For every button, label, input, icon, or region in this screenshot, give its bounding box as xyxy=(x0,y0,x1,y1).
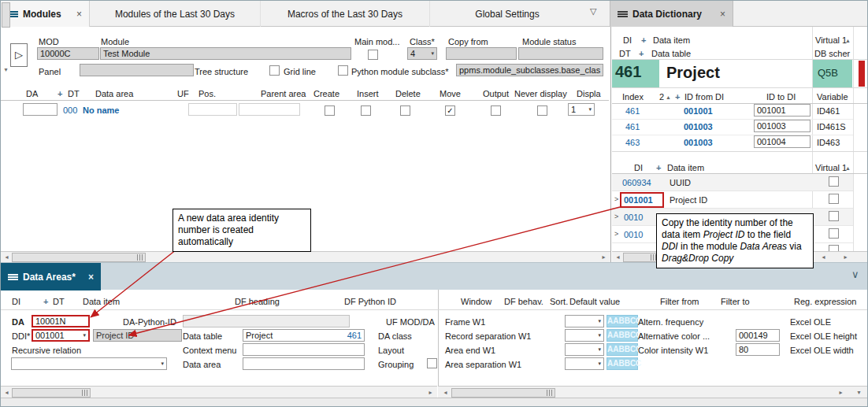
scroll-left-icon[interactable]: ◂ xyxy=(440,388,451,398)
row-data-area-name[interactable]: No name xyxy=(83,105,119,115)
ddi-dropdown[interactable]: 001001 ▾ xyxy=(32,329,90,342)
display-dropdown[interactable]: 1 ▾ xyxy=(568,103,595,116)
grouping-checkbox[interactable] xyxy=(427,358,437,368)
scroll-left-icon[interactable]: ◂ xyxy=(2,253,12,262)
close-icon[interactable]: × xyxy=(720,9,725,20)
virtual-checkbox[interactable] xyxy=(829,176,839,187)
record-separation-w1-dropdown[interactable]: ▾ xyxy=(565,329,604,342)
selected-dt-name[interactable]: Project xyxy=(666,64,720,82)
index-value[interactable]: 463 xyxy=(625,138,640,147)
expand-icon[interactable]: > xyxy=(614,213,618,220)
frame-w1-color-field[interactable]: AABBCC xyxy=(606,315,638,327)
form-splitter[interactable] xyxy=(438,290,439,398)
pos-cell[interactable] xyxy=(188,103,237,116)
scroll-thumb[interactable] xyxy=(12,253,146,262)
da-python-id-field[interactable] xyxy=(183,315,350,327)
create-checkbox[interactable] xyxy=(325,105,335,116)
modules-hscrollbar[interactable]: ◂ ▸ xyxy=(1,251,610,262)
da-left-hscrollbar[interactable]: ◂ ▸ xyxy=(1,386,437,398)
collapse-panel-icon[interactable]: ∨ xyxy=(851,268,859,280)
da-id-field[interactable]: 10001N xyxy=(32,315,90,327)
add-index-icon[interactable]: + xyxy=(675,92,680,102)
module-status-field[interactable] xyxy=(518,47,603,60)
da-id-input[interactable] xyxy=(23,103,57,116)
class-dropdown[interactable]: 4 ▾ xyxy=(407,47,437,60)
index-value[interactable]: 461 xyxy=(625,122,640,131)
add-data-item-icon[interactable]: + xyxy=(656,163,661,172)
id-to-di-field[interactable]: 001003 xyxy=(754,120,811,132)
frame-w1-dropdown[interactable]: ▾ xyxy=(565,315,604,327)
id-from-di[interactable]: 001003 xyxy=(684,122,713,131)
id-to-di-field[interactable]: 001004 xyxy=(754,135,811,148)
scroll-thumb[interactable] xyxy=(451,388,555,398)
di-value[interactable]: 0010 xyxy=(624,213,643,222)
id-to-di-field[interactable]: 001001 xyxy=(754,104,811,117)
main-module-checkbox[interactable] xyxy=(368,50,378,60)
da-right-hscrollbar[interactable]: ◂ ▸ ▾ xyxy=(438,386,868,398)
id-from-di[interactable]: 001001 xyxy=(684,106,713,116)
area-end-color-field[interactable]: AABBCC xyxy=(606,343,638,356)
panel-splitter[interactable] xyxy=(610,27,611,262)
tab-modules-last-30-days[interactable]: Modules of the Last 30 Days xyxy=(90,1,261,27)
scroll-right-icon[interactable]: ▸ xyxy=(836,388,846,398)
parent-area-cell[interactable] xyxy=(239,103,300,116)
scroll-left-icon[interactable]: ◂ xyxy=(2,388,12,398)
expand-icon[interactable]: > xyxy=(614,230,618,238)
record-separation-color-field[interactable]: AABBCC xyxy=(606,329,638,342)
area-separation-w1-dropdown[interactable]: ▾ xyxy=(565,357,604,370)
sort-asc-icon[interactable]: ▲ xyxy=(845,165,851,171)
di-value[interactable]: 060934 xyxy=(622,178,651,187)
context-menu-field[interactable] xyxy=(243,343,365,356)
virtual-checkbox[interactable] xyxy=(829,194,839,204)
add-row-icon[interactable]: + xyxy=(57,89,62,98)
scroll-down-icon[interactable]: ▾ xyxy=(1,65,11,75)
grid-line-checkbox[interactable] xyxy=(269,65,280,76)
tab-modules[interactable]: Modules × xyxy=(1,1,90,27)
index-value[interactable]: 461 xyxy=(625,106,640,116)
module-name-field[interactable]: Test Module xyxy=(100,47,351,60)
add-data-item-icon[interactable]: + xyxy=(641,35,646,45)
move-checkbox[interactable]: ✓ xyxy=(445,105,455,116)
tab-list-dropdown-icon[interactable]: ▽ xyxy=(590,6,596,17)
scroll-thumb[interactable] xyxy=(2,2,10,28)
virtual-checkbox[interactable] xyxy=(829,211,839,221)
area-separation-color-field[interactable]: AABBCC xyxy=(606,357,638,370)
scroll-left-icon[interactable]: ◂ xyxy=(818,253,829,262)
virtual-checkbox[interactable] xyxy=(829,228,839,239)
run-module-button[interactable]: ▷ xyxy=(10,43,28,67)
di-value[interactable]: 001001 xyxy=(624,195,653,205)
tab-macros-last-30-days[interactable]: Macros of the Last 30 Days xyxy=(261,1,430,27)
delete-checkbox[interactable] xyxy=(400,105,410,116)
scroll-thumb[interactable] xyxy=(623,253,659,262)
scroll-down-icon[interactable]: ▾ xyxy=(854,388,864,398)
add-data-table-icon[interactable]: + xyxy=(639,49,644,58)
scroll-right-icon[interactable]: ▸ xyxy=(425,388,436,398)
insert-checkbox[interactable] xyxy=(361,105,371,116)
selected-db-schema[interactable]: Q5B xyxy=(813,60,852,87)
data-table-field[interactable]: Project 461 xyxy=(243,329,365,342)
expand-icon[interactable]: > xyxy=(614,195,618,203)
data-area-field[interactable] xyxy=(243,357,365,370)
alternative-color-field[interactable]: 000149 xyxy=(736,329,780,342)
scroll-right-icon[interactable]: ▸ xyxy=(599,253,609,262)
mod-field[interactable]: 10000C xyxy=(37,47,99,60)
sort-asc-icon[interactable]: ▲ xyxy=(845,38,851,43)
scroll-right-icon[interactable]: ▸ xyxy=(840,253,851,262)
python-subclass-checkbox[interactable] xyxy=(338,65,348,76)
di-value[interactable]: 0010 xyxy=(624,230,643,239)
tab-data-dictionary[interactable]: Data Dictionary × xyxy=(610,1,733,27)
never-display-checkbox[interactable] xyxy=(537,105,547,116)
selected-dt-id[interactable]: 461 xyxy=(612,60,659,87)
close-icon[interactable]: × xyxy=(76,9,82,20)
copy-from-field[interactable] xyxy=(446,47,517,60)
color-intensity-field[interactable]: 80 xyxy=(736,343,780,356)
scroll-thumb[interactable] xyxy=(12,388,91,398)
scroll-left-icon[interactable]: ◂ xyxy=(613,253,623,262)
recursive-relation-dropdown[interactable]: ▾ xyxy=(11,357,167,370)
tab-global-settings[interactable]: Global Settings xyxy=(430,1,584,27)
panel-field[interactable] xyxy=(80,64,194,76)
id-from-di[interactable]: 001003 xyxy=(684,138,713,147)
output-checkbox[interactable] xyxy=(491,105,501,116)
python-subclass-field[interactable]: ppms.module_subclasses.base_clas xyxy=(456,64,603,76)
tab-data-areas[interactable]: Data Areas* × xyxy=(1,263,101,290)
